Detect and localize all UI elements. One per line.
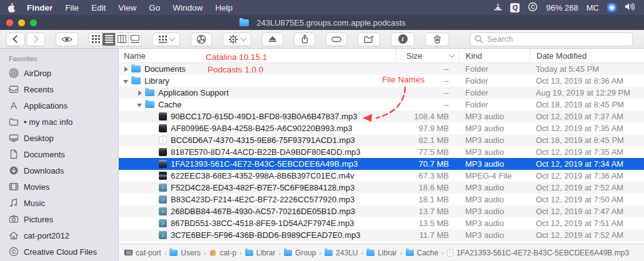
column-header-size[interactable]: Size [396,49,459,62]
sidebar-item-desktop[interactable]: Desktop [0,130,118,146]
share-button[interactable] [294,32,315,46]
folder-icon [8,117,19,127]
table-row[interactable]: 8187E570-8D74-4ACD-B22B-DA9BDF80E4DD.mp3… [119,146,644,158]
minimize-button[interactable] [18,19,25,26]
folder-icon [245,250,253,256]
vlc-cone-icon[interactable] [494,2,502,13]
table-row[interactable]: Application Support -- Folder Aug 19, 20… [119,87,644,99]
table-row[interactable]: 622EEC38-68E3-4352-998A-8B6B397C01EC.m4v… [119,170,644,182]
disclosure-icon[interactable] [123,66,130,73]
path-item-cat-port[interactable]: cat-port [124,249,161,257]
column-view-button[interactable] [115,32,128,46]
disclosure-icon[interactable] [136,89,144,97]
table-row[interactable]: 867BD551-38CC-4518-8FE9-1D54A2F7974E.mp3… [119,217,644,229]
close-button[interactable] [6,19,13,26]
table-row[interactable]: 90BCC17D-615D-49D1-BFD8-93B0A6B47837.mp3… [119,111,644,122]
file-date-modified: Oct 12, 2019 at 7:51 AM [530,219,644,228]
path-item-users[interactable]: Users [169,249,200,257]
sidebar-item-airdrop[interactable]: AirDrop [0,65,118,81]
user-account[interactable]: MC [586,3,599,12]
disclosure-icon [150,196,158,204]
sidebar-item-documents[interactable]: Documents [0,146,118,162]
path-item-label: cat-port [136,249,161,257]
menu-window[interactable]: Window [166,0,209,15]
file-kind: Folder [459,76,530,86]
table-row[interactable]: F52D4C28-ED43-482F-B7E7-5C6F9E884128.mp3… [119,182,644,194]
menu-file[interactable]: File [59,0,85,15]
creative-cloud-icon[interactable] [528,2,538,14]
table-row[interactable]: Documents -- Folder Today at 5:45 PM [119,63,644,75]
file-kind: MP3 audio [459,112,530,121]
sidebar-item-movies[interactable]: Movies [0,179,118,195]
battery-status[interactable]: 96% 268 [546,3,578,12]
file-name: Cache [158,100,182,109]
forward-button[interactable] [26,32,45,46]
sidebar-item-pictures[interactable]: Pictures [0,211,118,227]
list-view-button[interactable] [102,32,115,46]
quick-look-button[interactable] [56,32,78,46]
table-row[interactable]: 3C7E6BEF-5F96-436B-BDD6-B989CFEAD7E0.mp3… [119,229,644,241]
video-icon [159,172,167,180]
q-app-icon[interactable]: Q [510,3,520,12]
get-info-button[interactable]: i [391,32,415,46]
path-item-cat-p[interactable]: cat-p [209,249,236,257]
table-row[interactable]: B83C423D-F214-4E2C-BF72-2226CC577920.mp3… [119,194,644,205]
disclosure-icon[interactable] [136,101,144,109]
eye-icon [61,36,73,43]
icon-view-button[interactable] [89,32,102,46]
tag-button[interactable] [326,32,347,46]
group-by-button[interactable] [153,32,180,46]
eject-button[interactable] [262,32,283,46]
sidebar-item-applications[interactable]: Applications [0,97,118,114]
sidebar-item-cat-port2012[interactable]: cat-port2012 [0,227,118,244]
album-icon [159,112,167,121]
menu-go[interactable]: Go [143,0,166,15]
zoom-button[interactable] [30,19,37,26]
menu-edit[interactable]: Edit [85,0,112,15]
table-row[interactable]: 1FA21393-561C-4E72-B43C-5EBCDEE6A49B.mp3… [119,158,644,170]
file-size: 67.3 MB [396,171,459,180]
path-item-243lu[interactable]: 243LU [325,249,358,257]
window-title-bar[interactable]: 243LU875E5.groups.com.apple.podcasts [0,15,644,30]
file-kind: MP3 audio [459,207,530,216]
path-separator: › [400,249,403,257]
sidebar-item-recents[interactable]: Recents [0,81,118,97]
back-button[interactable] [6,32,25,46]
column-header-date-modified[interactable]: Date Modified [530,49,644,62]
menu-help[interactable]: Help [209,0,239,15]
table-row[interactable]: Cache -- Folder Oct 18, 2019 at 8:45 PM [119,99,644,111]
action-button[interactable] [223,32,251,46]
path-item-group[interactable]: Group [284,249,316,257]
table-row[interactable]: 268DBB84-467B-4930-AC57-70216DE05B1D.mp3… [119,205,644,217]
settings-icon[interactable] [607,3,616,12]
path-item-librar[interactable]: Librar [245,249,276,257]
file-name: 867BD551-38CC-4518-8FE9-1D54A2F7974E.mp3 [171,219,354,228]
sidebar-item-creative-cloud-files[interactable]: Creative Cloud Files [0,244,118,260]
sidebar-item-downloads[interactable]: Downloads [0,162,118,179]
column-header-name[interactable]: Name [119,49,396,62]
delete-button[interactable] [425,32,449,46]
sidebar-item-music[interactable]: Music [0,195,118,211]
table-row[interactable]: AF80996E-9AB4-4258-B425-A6C90220B993.mp3… [119,122,644,134]
path-item-cache[interactable]: Cache [406,249,439,257]
gallery-view-button[interactable] [128,32,141,46]
table-row[interactable]: Library -- Folder Oct 13, 2019 at 8:36 A… [119,75,644,87]
disclosure-icon[interactable] [123,77,130,85]
column-header-kind[interactable]: Kind [459,49,530,62]
new-folder-button[interactable] [358,32,380,46]
table-row[interactable]: BCC6D6A7-4370-4315-9E86-75F93791ACD1.mp3… [119,134,644,146]
file-kind: MP3 audio [459,147,530,157]
menu-finder[interactable]: Finder [21,0,59,15]
apple-menu-icon[interactable] [8,3,16,12]
path-item-1fa21393-561c-4e72-b43c-5ebcdee6a49b-mp3[interactable]: 1FA21393-561C-4E72-B43C-5EBCDEE6A49B.mp3 [447,249,629,257]
file-date-modified: Oct 18, 2019 at 8:45 PM [530,100,644,109]
home-icon [8,230,19,241]
search-input[interactable] [486,34,628,44]
menu-view[interactable]: View [112,0,143,15]
path-item-librar[interactable]: Librar [366,249,397,257]
computer-icon [124,250,133,256]
search-field[interactable] [470,32,633,46]
sidebar-item-my-mac-info[interactable]: • my mac info [0,114,118,130]
volume-icon[interactable] [625,2,635,12]
burn-button[interactable] [191,32,212,46]
